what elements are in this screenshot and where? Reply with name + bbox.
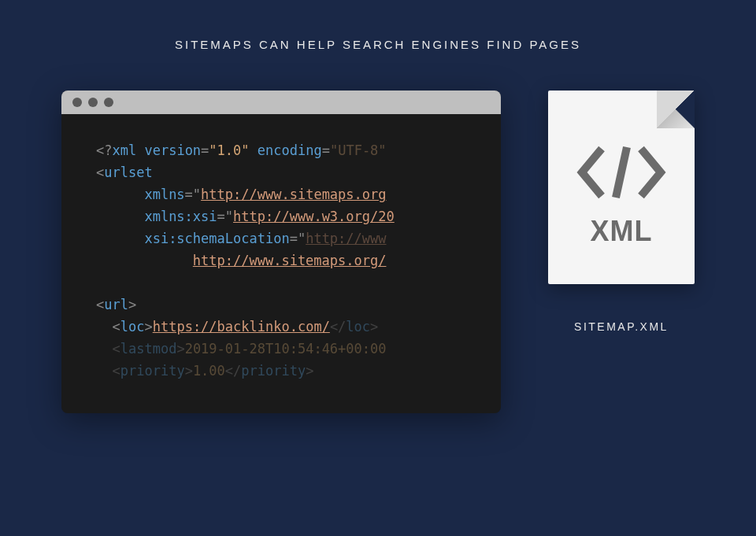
encoding-attr: encoding: [258, 142, 322, 158]
urlset-tag: urlset: [104, 164, 152, 180]
xml-decl-tag: xml: [112, 142, 136, 158]
encoding-val: "UTF-8": [330, 142, 387, 158]
schema-val1: http://www: [306, 231, 386, 246]
window-titlebar: [61, 91, 501, 114]
priority-val: 1.00: [193, 363, 225, 379]
xmlns-xsi-attr: xmlns:xsi: [144, 209, 217, 224]
xmlns-attr: xmlns: [144, 187, 184, 202]
schema-attr: xsi:schemaLocation: [144, 231, 289, 246]
content-row: <?xml version="1.0" encoding="UTF-8" <ur…: [0, 51, 756, 413]
version-attr: version: [144, 142, 201, 158]
urlset-open: <: [96, 164, 104, 180]
code-window: <?xml version="1.0" encoding="UTF-8" <ur…: [61, 91, 501, 413]
code-block: <?xml version="1.0" encoding="UTF-8" <ur…: [61, 114, 501, 413]
traffic-light-close-icon: [72, 98, 82, 107]
xmlns-val: http://www.sitemaps.org: [201, 187, 386, 202]
lastmod-tag: lastmod: [120, 341, 177, 357]
xmlns-xsi-val: http://www.w3.org/20: [233, 209, 395, 224]
url-tag: url: [104, 297, 128, 312]
xml-file-icon: XML: [548, 91, 695, 284]
xml-decl-open: <?: [96, 142, 112, 158]
lastmod-val: 2019-01-28T10:54:46+00:00: [185, 341, 387, 357]
file-column: XML SITEMAP.XML: [548, 91, 695, 333]
traffic-light-minimize-icon: [88, 98, 98, 107]
loc-tag: loc: [120, 319, 145, 335]
version-val: "1.0": [209, 142, 249, 158]
url-open: <: [96, 297, 104, 312]
file-fold-corner: [657, 91, 695, 128]
page-heading: SITEMAPS CAN HELP SEARCH ENGINES FIND PA…: [0, 0, 756, 51]
code-brackets-icon: [574, 141, 669, 204]
schema-val2: http://www.sitemaps.org/: [193, 253, 387, 268]
filename-label: SITEMAP.XML: [574, 320, 669, 333]
loc-val: https://backlinko.com/: [153, 319, 330, 335]
traffic-light-zoom-icon: [104, 98, 113, 107]
url-close: >: [128, 297, 136, 312]
file-ext-label: XML: [591, 215, 653, 248]
priority-tag: priority: [120, 363, 185, 379]
